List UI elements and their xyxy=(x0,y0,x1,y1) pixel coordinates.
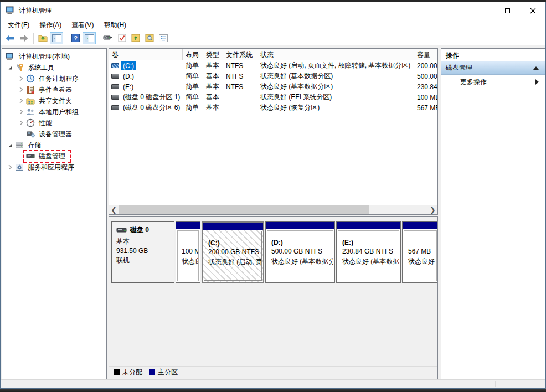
checkmark-icon[interactable] xyxy=(115,32,128,44)
chevron-collapsed-icon[interactable] xyxy=(17,74,25,83)
console-tree-icon[interactable] xyxy=(50,32,63,44)
svg-text:?: ? xyxy=(74,35,78,42)
tree-item-label: 本地用户和组 xyxy=(37,107,80,117)
column-header[interactable]: 卷 xyxy=(109,49,183,60)
toolbar-separator xyxy=(33,33,34,44)
tree-item-computer[interactable]: 计算机管理(本地) xyxy=(2,51,106,62)
column-header[interactable]: 布局 xyxy=(183,49,203,60)
cell: 简单 xyxy=(183,82,203,91)
cell: 状态良好 (恢复分区) xyxy=(257,103,414,112)
computer-management-window: 计算机管理 文件(F)操作(A)查看(V)帮助(H) ? 计算机管理(本地)系统… xyxy=(0,2,546,389)
table-row[interactable]: (D:)简单基本NTFS状态良好 (基本数据分区)500.00 GB xyxy=(109,71,437,81)
volume-label: (磁盘 0 磁盘分区 6) xyxy=(121,102,182,113)
cell: 简单 xyxy=(183,103,203,112)
scrollbar-thumb[interactable] xyxy=(119,205,369,214)
partition-label xyxy=(408,239,436,247)
tree-item-event-viewer[interactable]: !事件查看器 xyxy=(2,84,106,95)
partition[interactable]: 100 MB状态良好 (EFI 系统分区) xyxy=(176,221,200,283)
collapse-icon[interactable] xyxy=(533,66,539,70)
cell: 230.84 GB xyxy=(414,83,438,91)
menu-item-v[interactable]: 查看(V) xyxy=(66,19,99,31)
volume-label: (C:) xyxy=(121,61,136,70)
cell: 500.00 GB xyxy=(414,73,438,80)
legend: 未分配主分区 xyxy=(109,366,437,378)
up-level-icon[interactable] xyxy=(36,32,49,44)
tree-item-services[interactable]: 服务和应用程序 xyxy=(2,162,106,173)
scroll-left-icon[interactable]: ❮ xyxy=(109,205,119,214)
volume-cell: (E:) xyxy=(109,82,183,91)
volume-icon xyxy=(111,105,119,110)
close-button[interactable] xyxy=(520,2,545,19)
export-icon[interactable] xyxy=(129,32,142,44)
column-header[interactable]: 文件系统 xyxy=(223,49,257,60)
horizontal-scrollbar[interactable]: ❮ ❯ xyxy=(109,205,437,214)
partition[interactable]: 567 MB状态良好 (恢复分区) xyxy=(402,221,438,283)
cell: 567 MB xyxy=(414,104,438,112)
cell: 基本 xyxy=(203,103,223,112)
primary-partition-band xyxy=(266,222,334,229)
partition-info: 100 MB状态良好 (EFI 系统分区) xyxy=(177,230,199,281)
more-actions-item[interactable]: 更多操作 xyxy=(441,75,545,89)
cell: 简单 xyxy=(183,61,203,70)
partition-e[interactable]: (E:)230.84 GB NTFS状态良好 (基本数据分区) xyxy=(336,221,401,283)
disk-type: 基本 xyxy=(116,237,174,246)
tree-item-shared-folders[interactable]: 共享文件夹 xyxy=(2,95,106,106)
tree-item-storage[interactable]: 存储 xyxy=(2,140,106,151)
statusbar xyxy=(1,379,545,388)
chevron-none-icon xyxy=(17,130,25,138)
chevron-collapsed-icon[interactable] xyxy=(17,85,25,94)
chevron-expanded-icon[interactable] xyxy=(6,141,14,149)
menu-item-f[interactable]: 文件(F) xyxy=(3,19,34,31)
partition-status: 状态良好 (基本数据分区) xyxy=(271,257,333,266)
maximize-button[interactable] xyxy=(495,2,520,19)
table-row[interactable]: (磁盘 0 磁盘分区 6)简单基本状态良好 (恢复分区)567 MB xyxy=(109,102,437,113)
chevron-collapsed-icon[interactable] xyxy=(17,118,25,127)
partition-status: 状态良好 (恢复分区) xyxy=(408,257,436,266)
partition-c[interactable]: (C:)200.00 GB NTFS状态良好 (启动, 页面文件, 故障转储, … xyxy=(202,221,264,283)
column-header[interactable]: 容量 xyxy=(414,49,438,60)
volume-label: (D:) xyxy=(121,72,136,81)
disk-view-icon[interactable] xyxy=(101,32,115,44)
legend-label: 主分区 xyxy=(158,368,178,377)
chevron-collapsed-icon[interactable] xyxy=(6,163,14,172)
chevron-collapsed-icon[interactable] xyxy=(17,107,25,116)
partition-status: 状态良好 (EFI 系统分区) xyxy=(182,257,198,266)
back-arrow-icon[interactable] xyxy=(3,32,17,44)
table-row[interactable]: (E:)简单基本NTFS状态良好 (基本数据分区)230.84 GB xyxy=(109,81,437,92)
column-header[interactable]: 状态 xyxy=(257,49,414,60)
partition-d[interactable]: (D:)500.00 GB NTFS状态良好 (基本数据分区) xyxy=(265,221,335,283)
tree-item-scheduler[interactable]: 任务计划程序 xyxy=(2,73,106,84)
legend-swatch xyxy=(149,369,155,375)
partition-size: 500.00 GB NTFS xyxy=(271,247,333,257)
menu-item-h[interactable]: 帮助(H) xyxy=(99,19,131,31)
partition-size: 100 MB xyxy=(182,247,198,257)
tree-item-device-manager[interactable]: 设备管理器 xyxy=(2,128,106,140)
volume-list-header: 卷布局类型文件系统状态容量 xyxy=(109,49,437,60)
actions-group-disk-management[interactable]: 磁盘管理 xyxy=(441,61,545,75)
find-icon[interactable] xyxy=(143,32,156,44)
console-tree-panel: 计算机管理(本地)系统工具任务计划程序!事件查看器共享文件夹本地用户和组性能设备… xyxy=(2,48,107,379)
menu-item-a[interactable]: 操作(A) xyxy=(34,19,66,31)
tree-item-performance[interactable]: 性能 xyxy=(2,117,106,128)
table-row[interactable]: (磁盘 0 磁盘分区 1)简单基本状态良好 (EFI 系统分区)100 MB xyxy=(109,92,437,102)
action-pane-icon[interactable] xyxy=(83,32,96,44)
chevron-expanded-icon[interactable] xyxy=(6,63,14,72)
scroll-right-icon[interactable]: ❯ xyxy=(428,205,437,214)
tree-item-label: 存储 xyxy=(26,140,43,151)
tree-item-disk-management[interactable]: 磁盘管理 xyxy=(2,151,106,162)
minimize-button[interactable] xyxy=(469,2,495,19)
volume-cell: (C:) xyxy=(109,61,183,70)
window-title: 计算机管理 xyxy=(19,6,52,16)
disk-info-box[interactable]: 磁盘 0 基本 931.50 GB 联机 xyxy=(111,221,174,283)
tree-item-tools[interactable]: 系统工具 xyxy=(2,62,106,73)
help-icon[interactable]: ? xyxy=(69,32,82,44)
column-header[interactable]: 类型 xyxy=(203,49,223,60)
statusbar-divider xyxy=(419,381,419,387)
tree-item-label: 性能 xyxy=(37,118,54,128)
table-row[interactable]: (C:)简单基本NTFS状态良好 (启动, 页面文件, 故障转储, 基本数据分区… xyxy=(109,60,437,71)
chevron-collapsed-icon[interactable] xyxy=(17,96,25,105)
app-icon xyxy=(6,6,16,15)
tree-item-users[interactable]: 本地用户和组 xyxy=(2,106,106,117)
forward-arrow-icon[interactable] xyxy=(17,32,30,44)
properties-icon[interactable] xyxy=(157,32,170,44)
